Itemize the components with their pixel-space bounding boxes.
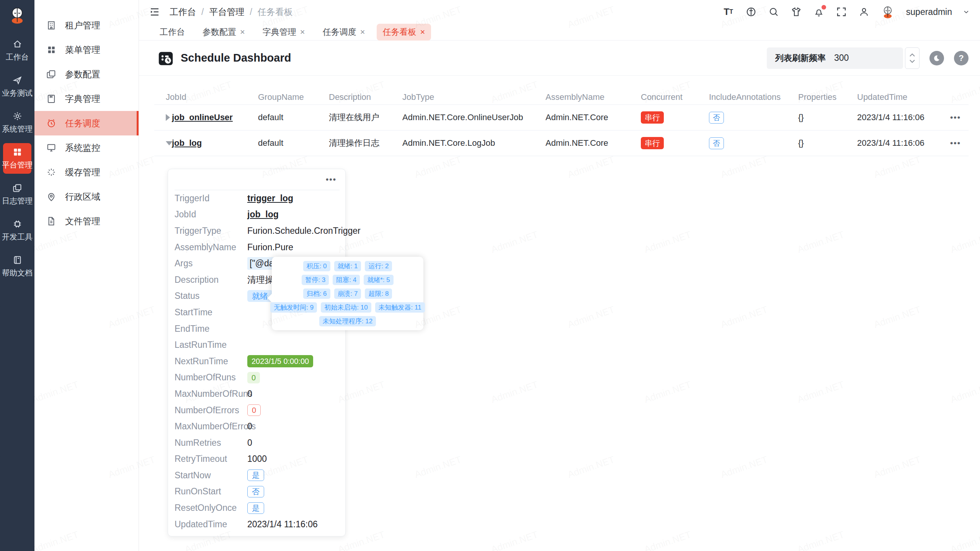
- rail-item-label: 帮助文档: [2, 268, 33, 278]
- sidebar-item-menu-mgmt[interactable]: 菜单管理: [34, 37, 139, 62]
- cell-job-type: Admin.NET.Core.OnlineUserJob: [402, 112, 546, 122]
- app-logo[interactable]: [0, 0, 34, 30]
- fullscreen-icon[interactable]: [835, 6, 848, 18]
- status-tag: 初始未启动: 10: [321, 302, 371, 313]
- home-icon: [12, 39, 23, 49]
- rail-item-label: 开发工具: [2, 232, 33, 242]
- status-legend-tooltip: 积压: 0 就绪: 1 运行: 2 暂停: 3 阻塞: 4 就绪*: 5 归档:…: [272, 257, 423, 330]
- chevron-down-icon[interactable]: [962, 8, 970, 16]
- column-header[interactable]: IncludeAnnotations: [709, 92, 798, 102]
- user-profile-icon[interactable]: [858, 6, 870, 18]
- number-of-runs-tag: 0: [247, 372, 260, 383]
- rail-item-label: 业务测试: [2, 88, 33, 98]
- sidebar-item-task-schedule[interactable]: 任务调度: [34, 111, 139, 135]
- more-actions-icon[interactable]: •••: [950, 139, 961, 148]
- column-header[interactable]: AssemblyName: [546, 92, 641, 102]
- close-icon[interactable]: ×: [240, 28, 245, 36]
- rail-item-dev-tools[interactable]: 开发工具: [3, 215, 31, 246]
- theme-shirt-icon[interactable]: [790, 6, 802, 18]
- help-button[interactable]: ?: [954, 51, 969, 65]
- expand-row-icon[interactable]: [166, 114, 170, 121]
- step-up-icon[interactable]: [909, 53, 915, 57]
- moon-icon: [933, 54, 941, 62]
- close-icon[interactable]: ×: [360, 28, 365, 36]
- column-header[interactable]: JobId: [154, 92, 258, 102]
- top-bar: 工作台 / 平台管理 / 任务看板 TT: [139, 0, 980, 24]
- notifications-bell-icon[interactable]: [813, 6, 825, 18]
- status-tag: 无触发时间: 9: [270, 302, 317, 313]
- breadcrumb-item-current: 任务看板: [258, 6, 293, 18]
- status-tag: 暂停: 3: [302, 275, 329, 285]
- refresh-rate-value: 300: [834, 53, 849, 63]
- rail-item-business-test[interactable]: 业务测试: [3, 71, 31, 102]
- tab-workbench[interactable]: 工作台: [154, 24, 191, 41]
- rail-item-platform-mgmt[interactable]: 平台管理: [3, 143, 31, 174]
- font-size-icon[interactable]: TT: [722, 6, 735, 18]
- cell-assembly-name: Admin.NET.Core: [546, 138, 641, 148]
- tab-dict-mgmt[interactable]: 字典管理 ×: [256, 24, 311, 41]
- more-actions-icon[interactable]: •••: [950, 113, 961, 122]
- building-icon: [46, 20, 57, 31]
- sidebar-item-file-mgmt[interactable]: 文件管理: [34, 209, 139, 233]
- alarm-clock-icon: [46, 118, 57, 129]
- file-icon: [46, 216, 57, 227]
- tab-param-config[interactable]: 参数配置 ×: [196, 24, 251, 41]
- breadcrumb-item[interactable]: 工作台: [170, 6, 196, 18]
- sidebar-item-system-monitor[interactable]: 系统监控: [34, 135, 139, 160]
- close-icon[interactable]: ×: [420, 28, 425, 36]
- refresh-rate-input[interactable]: 列表刷新频率 300: [767, 47, 903, 69]
- cell-updated-time: 2023/1/4 11:16:06: [857, 138, 950, 148]
- sidebar-item-cache-mgmt[interactable]: 缓存管理: [34, 160, 139, 184]
- sidebar-item-param-config[interactable]: 参数配置: [34, 62, 139, 86]
- column-header[interactable]: GroupName: [258, 92, 329, 102]
- sidebar-item-tenant-mgmt[interactable]: 租户管理: [34, 13, 139, 37]
- job-id-link[interactable]: job_log: [172, 138, 258, 148]
- sidebar-item-admin-region[interactable]: 行政区域: [34, 184, 139, 209]
- copy-docs-icon: [12, 183, 23, 193]
- page-header: Schedule Dashboard 列表刷新频率 300 ?: [139, 41, 980, 76]
- column-header[interactable]: UpdatedTime: [857, 92, 950, 102]
- cell-updated-time: 2023/1/4 11:16:06: [857, 112, 950, 122]
- chip-icon: [12, 219, 23, 229]
- cell-group-name: default: [258, 138, 329, 148]
- step-down-icon[interactable]: [909, 59, 915, 63]
- status-tag: 运行: 2: [365, 261, 392, 271]
- include-annotations-tag: 否: [709, 137, 724, 149]
- cell-group-name: default: [258, 112, 329, 122]
- start-now-tag: 是: [247, 469, 264, 481]
- run-on-start-tag: 否: [247, 486, 264, 497]
- column-header[interactable]: Concurrent: [641, 92, 709, 102]
- rail-item-label: 系统管理: [2, 124, 33, 134]
- rail-item-log-mgmt[interactable]: 日志管理: [3, 179, 31, 210]
- trigger-detail-card: ••• TriggerIdtrigger_log JobIdjob_log Tr…: [168, 169, 346, 536]
- include-annotations-tag: 否: [709, 112, 724, 124]
- trigger-id-link[interactable]: trigger_log: [247, 193, 293, 204]
- status-tag: 就绪*: 5: [364, 275, 394, 285]
- breadcrumb-item[interactable]: 平台管理: [209, 6, 244, 18]
- language-icon[interactable]: [745, 6, 757, 18]
- tab-task-schedule[interactable]: 任务调度 ×: [317, 24, 371, 41]
- tab-task-dashboard[interactable]: 任务看板 ×: [377, 24, 431, 41]
- dark-mode-toggle[interactable]: [929, 51, 944, 65]
- sidebar-item-label: 系统监控: [65, 142, 100, 154]
- table-header-row: JobId GroupName Description JobType Asse…: [154, 90, 969, 105]
- rail-item-label: 日志管理: [2, 196, 33, 206]
- menu-fold-icon[interactable]: [149, 6, 160, 18]
- rail-item-system-mgmt[interactable]: 系统管理: [3, 107, 31, 138]
- cell-assembly-name: Admin.NET.Core: [546, 112, 641, 122]
- job-id-link[interactable]: job_log: [247, 209, 279, 220]
- concurrent-tag: 串行: [641, 137, 664, 149]
- username[interactable]: superadmin: [906, 7, 952, 17]
- more-actions-icon[interactable]: •••: [326, 175, 336, 184]
- rail-item-help-docs[interactable]: 帮助文档: [3, 251, 31, 282]
- next-run-time-tag: 2023/1/5 0:00:00: [247, 355, 313, 367]
- close-icon[interactable]: ×: [300, 28, 305, 36]
- sidebar-item-dict-mgmt[interactable]: 字典管理: [34, 86, 139, 111]
- column-header[interactable]: Description: [329, 92, 402, 102]
- user-avatar[interactable]: [880, 5, 895, 19]
- column-header[interactable]: Properties: [798, 92, 857, 102]
- rail-item-workbench[interactable]: 工作台: [3, 35, 31, 66]
- search-icon[interactable]: [768, 6, 780, 18]
- column-header[interactable]: JobType: [402, 92, 546, 102]
- job-id-link[interactable]: job_onlineUser: [172, 112, 258, 122]
